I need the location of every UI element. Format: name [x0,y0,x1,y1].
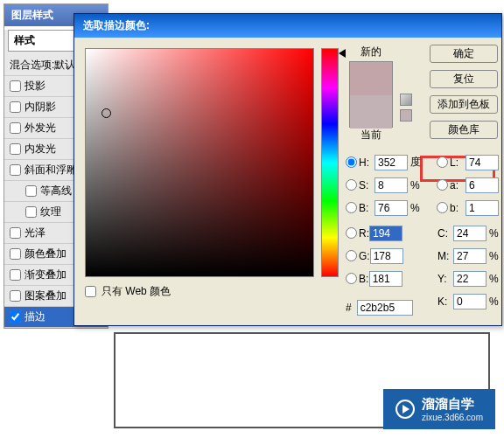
cb-inner-shadow[interactable] [10,101,21,113]
cube-icon[interactable] [400,94,412,106]
cb-contour[interactable] [25,185,37,197]
new-label: 新的 [349,45,393,59]
watermark-brand: 溜溜自学 [422,396,483,413]
add-swatch-button[interactable]: 添加到色板 [430,95,498,114]
watermark-url: zixue.3d66.com [422,413,483,422]
label-g: G: [359,250,370,262]
color-field[interactable] [85,48,314,277]
cb-stroke[interactable] [10,311,21,323]
hex-label: # [346,302,352,314]
hex-row: # [346,300,413,316]
radio-r[interactable] [346,227,357,239]
radio-l[interactable] [437,156,448,168]
small-swatch[interactable] [400,109,412,122]
label-c: C: [438,227,453,240]
input-b-lab[interactable] [466,200,499,216]
label-y: Y: [438,273,453,285]
input-r[interactable] [369,226,402,241]
ok-button[interactable]: 确定 [430,45,498,63]
label-l: L: [450,156,466,169]
preview-current-swatch[interactable] [350,95,392,129]
cb-web-only[interactable] [85,286,96,297]
input-c[interactable] [453,226,486,241]
input-s[interactable] [374,177,408,193]
cb-gradient-overlay[interactable] [10,269,21,281]
radio-h[interactable] [346,156,357,168]
label-b-lab: b: [450,202,466,214]
radio-g[interactable] [346,250,357,261]
unit-b-hsb: % [410,202,424,214]
radio-s[interactable] [346,179,357,191]
hue-arrow-icon[interactable] [339,49,346,58]
color-picker-dialog: 选取描边颜色: 新的 当前 确定 复位 添加到色板 颜色库 H: [74,13,502,326]
input-y[interactable] [453,271,486,287]
web-only-row: 只有 Web 颜色 [85,284,171,299]
color-marker-icon[interactable] [102,108,111,118]
input-b-rgb[interactable] [369,271,402,287]
cb-outer-glow[interactable] [10,122,21,134]
unit-c: % [489,227,503,240]
radio-b-rgb[interactable] [346,273,357,284]
radio-a[interactable] [437,179,448,191]
color-preview: 新的 当前 [349,45,393,144]
dialog-title: 选取描边颜色: [74,14,501,38]
input-m[interactable] [453,248,486,264]
unit-s: % [410,179,424,191]
input-b-hsb[interactable] [374,200,408,216]
input-g[interactable] [370,248,403,264]
input-l[interactable] [466,155,499,170]
current-label: 当前 [349,128,393,143]
color-lib-button[interactable]: 颜色库 [430,121,498,139]
unit-k: % [489,295,503,308]
label-s: S: [359,179,374,191]
preview-new-swatch [350,62,392,95]
cb-drop-shadow[interactable] [10,80,21,92]
dialog-buttons: 确定 复位 添加到色板 颜色库 [430,45,501,146]
input-a[interactable] [466,177,499,193]
play-icon [396,400,415,419]
unit-h: 度 [410,155,424,170]
watermark: 溜溜自学 zixue.3d66.com [383,389,495,429]
cb-color-overlay[interactable] [10,248,21,260]
unit-y: % [489,273,503,285]
label-r: R: [359,227,369,240]
cb-pattern-overlay[interactable] [10,290,21,302]
hue-slider[interactable] [321,48,339,277]
cb-texture[interactable] [25,206,37,218]
radio-b-lab[interactable] [437,202,448,213]
cb-satin[interactable] [10,227,21,239]
cb-bevel[interactable] [10,164,21,176]
input-k[interactable] [453,294,486,309]
label-h: H: [359,156,374,169]
label-m: M: [438,250,453,262]
label-b-hsb: B: [359,202,374,214]
color-inputs: H: 度 L: S: % a: [346,153,503,315]
radio-b-hsb[interactable] [346,202,357,213]
input-hex[interactable] [357,300,413,316]
label-k: K: [438,295,453,308]
label-b-rgb: B: [359,273,369,285]
dialog-body: 新的 当前 确定 复位 添加到色板 颜色库 H: 度 L: [74,38,501,326]
input-h[interactable] [374,155,408,170]
web-only-label: 只有 Web 颜色 [102,284,171,299]
cb-inner-glow[interactable] [10,143,21,155]
preview-box [349,61,393,128]
reset-button[interactable]: 复位 [430,70,498,88]
label-a: a: [450,179,466,191]
unit-m: % [489,250,503,262]
